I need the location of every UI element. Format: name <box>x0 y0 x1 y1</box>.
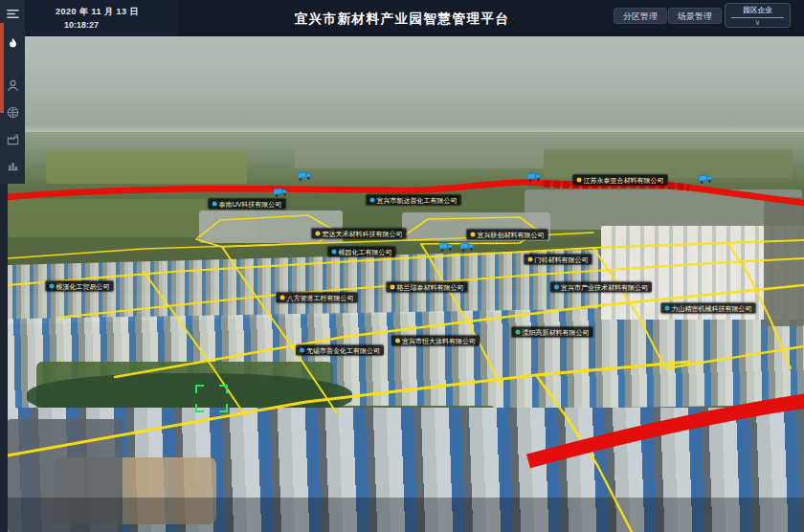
park-enterprise-dropdown[interactable]: 园区企业 ∨ <box>725 3 791 28</box>
company-label-text: 横园化工有限公司 <box>339 248 392 256</box>
map-company-label[interactable]: 溧阳高新材料有限公司 <box>512 327 593 338</box>
map-company-label[interactable]: 泰南UV科技有限公司 <box>209 199 286 210</box>
company-marker-dot <box>554 285 559 290</box>
app-window: 2020 年 11 月 13 日 10:18:27 宜兴市新材料产业园智慧管理平… <box>0 0 804 532</box>
map-company-label[interactable]: 宜兴市产业技术材料有限公司 <box>550 282 652 293</box>
company-marker-dot <box>395 339 400 344</box>
map-company-label[interactable]: 江苏永泰亚合材料有限公司 <box>573 175 668 186</box>
map-company-label[interactable]: 门特材料有限公司 <box>525 255 592 265</box>
map-company-label[interactable]: 无锡市普金化工有限公司 <box>296 345 384 356</box>
sidebar-accent-bar <box>0 23 4 113</box>
company-marker-dot <box>332 250 337 255</box>
company-label-text: 宜兴市凯达普化工有限公司 <box>377 196 458 205</box>
chevron-down-icon: ∨ <box>726 18 790 27</box>
truck-icon[interactable] <box>697 169 713 188</box>
truck-icon[interactable] <box>458 237 475 256</box>
park-enterprise-label: 园区企业 <box>726 6 790 15</box>
map-canvas[interactable]: 泰南UV科技有限公司宜兴市凯达普化工有限公司宏达天禾材料科技有限公司江苏永泰亚合… <box>8 36 804 532</box>
company-marker-dot <box>391 285 395 290</box>
company-label-text: 溧阳高新材料有限公司 <box>523 328 590 337</box>
top-header: 2020 年 11 月 13 日 10:18:27 宜兴市新材料产业园智慧管理平… <box>0 0 804 36</box>
company-marker-dot <box>300 348 304 353</box>
company-label-text: 宜兴市产业技术材料有限公司 <box>561 283 648 292</box>
company-marker-dot <box>50 284 55 289</box>
company-label-text: 泰南UV科技有限公司 <box>219 200 282 209</box>
globe-icon[interactable] <box>6 105 20 120</box>
map-company-label[interactable]: 宜兴市凯达普化工有限公司 <box>367 195 461 206</box>
truck-icon[interactable] <box>437 237 454 256</box>
map-company-label[interactable]: 格兰瑞泰材料有限公司 <box>387 282 468 293</box>
company-marker-dot <box>577 178 582 183</box>
company-marker-dot <box>212 202 217 207</box>
company-label-text: 八方管道工程有限公司 <box>287 294 354 302</box>
factory-icon[interactable] <box>6 132 20 146</box>
map-company-label[interactable]: 宏达天禾材料科技有限公司 <box>312 229 407 239</box>
company-label-text: 格兰瑞泰材料有限公司 <box>397 283 464 292</box>
company-marker-dot <box>316 232 321 236</box>
truck-icon[interactable] <box>296 166 312 186</box>
flame-icon[interactable] <box>6 36 20 51</box>
company-label-text: 宜兴联创材料有限公司 <box>478 231 545 239</box>
company-marker-dot <box>280 296 285 300</box>
company-label-text: 无锡市普金化工有限公司 <box>306 346 380 355</box>
company-marker-dot <box>528 257 533 262</box>
map-markers-layer: 泰南UV科技有限公司宜兴市凯达普化工有限公司宏达天禾材料科技有限公司江苏永泰亚合… <box>8 36 804 532</box>
bar-chart-icon[interactable] <box>6 158 20 172</box>
company-marker-dot <box>516 330 521 335</box>
company-marker-dot <box>370 198 375 203</box>
company-label-text: 门特材料有限公司 <box>535 255 589 264</box>
map-company-label[interactable]: 横溪化工贸易公司 <box>46 281 114 292</box>
scene-management-button[interactable]: 场景管理 <box>668 8 722 24</box>
map-company-label[interactable]: 宜兴市恒大涂料有限公司 <box>391 336 480 346</box>
company-marker-dot <box>665 306 670 311</box>
sidebar-rail <box>0 0 25 184</box>
company-marker-dot <box>471 233 476 237</box>
company-label-text: 宏达天禾材料科技有限公司 <box>323 230 403 238</box>
company-label-text: 力山精密机械科技有限公司 <box>672 304 752 313</box>
user-icon[interactable] <box>6 78 20 93</box>
company-label-text: 横溪化工贸易公司 <box>56 282 110 291</box>
company-label-text: 宜兴市恒大涂料有限公司 <box>402 337 476 345</box>
truck-icon[interactable] <box>525 167 542 187</box>
company-label-text: 江苏永泰亚合材料有限公司 <box>584 176 664 185</box>
zone-management-button[interactable]: 分区管理 <box>614 8 667 24</box>
map-company-label[interactable]: 宜兴联创材料有限公司 <box>467 230 548 240</box>
map-company-label[interactable]: 横园化工有限公司 <box>328 247 396 257</box>
map-company-label[interactable]: 八方管道工程有限公司 <box>277 293 358 303</box>
map-company-label[interactable]: 力山精密机械科技有限公司 <box>661 303 756 314</box>
menu-icon[interactable] <box>6 7 20 21</box>
